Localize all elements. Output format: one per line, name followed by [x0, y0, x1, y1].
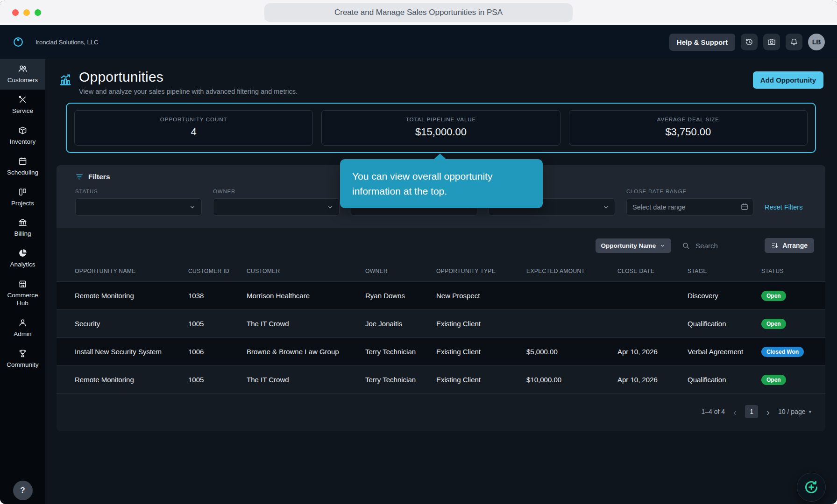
- chevron-down-icon: [660, 243, 666, 249]
- app-header: Ironclad Solutions, LLC Help & Support L…: [0, 25, 837, 59]
- table-row[interactable]: Remote Monitoring 1038 Morrison Healthca…: [57, 282, 825, 310]
- sidebar-item-admin[interactable]: Admin: [0, 313, 45, 343]
- filter-label: STATUS: [75, 189, 202, 195]
- app-window: Create and Manage Sales Opportunities in…: [0, 0, 837, 504]
- cell-close-date: Apr 10, 2026: [617, 348, 688, 356]
- sidebar-item-analytics[interactable]: Analytics: [0, 243, 45, 274]
- scheduling-calendar-icon: [18, 156, 28, 166]
- column-header[interactable]: EXPECTED AMOUNT: [526, 268, 617, 274]
- column-header[interactable]: CUSTOMER ID: [188, 268, 247, 274]
- page-number-button[interactable]: 1: [745, 405, 758, 418]
- arrange-button[interactable]: Arrange: [765, 238, 814, 253]
- close-window-button[interactable]: [12, 9, 19, 16]
- sidebar-item-label: Admin: [14, 330, 31, 338]
- sidebar-item-billing[interactable]: Billing: [0, 212, 45, 243]
- table-row[interactable]: Remote Monitoring 1005 The IT Crowd Terr…: [57, 366, 825, 394]
- help-support-button[interactable]: Help & Support: [669, 34, 735, 51]
- column-header[interactable]: STATUS: [761, 268, 818, 274]
- page-title: Opportunities: [79, 69, 298, 85]
- close-date-range-input[interactable]: [626, 198, 753, 216]
- sidebar-item-service[interactable]: Service: [0, 90, 45, 120]
- metrics-summary: OPPORTUNITY COUNT 4 TOTAL PIPELINE VALUE…: [66, 103, 816, 153]
- status-filter-select[interactable]: [75, 198, 202, 216]
- prev-page-button[interactable]: ‹: [733, 407, 737, 417]
- page-header: Opportunities View and analyze your sale…: [57, 65, 825, 95]
- column-header[interactable]: OPPORTUNITY NAME: [75, 268, 188, 274]
- table-row[interactable]: Security 1005 The IT Crowd Joe Jonaitis …: [57, 310, 825, 338]
- arrange-label: Arrange: [782, 242, 808, 249]
- sidebar-item-label: Community: [7, 361, 38, 369]
- titlebar: Create and Manage Sales Opportunities in…: [0, 0, 837, 25]
- sidebar-item-label: Customers: [7, 77, 38, 84]
- metric-value: 4: [79, 126, 308, 138]
- reset-filters-link[interactable]: Reset Filters: [765, 203, 802, 211]
- commerce-store-icon: [18, 279, 28, 289]
- minimize-window-button[interactable]: [23, 9, 30, 16]
- owner-filter-select[interactable]: [213, 198, 340, 216]
- assistant-floating-button[interactable]: [797, 473, 826, 502]
- header-actions: Help & Support LB: [669, 34, 825, 51]
- window-controls: [12, 0, 41, 25]
- opportunities-table: OPPORTUNITY NAME CUSTOMER ID CUSTOMER OW…: [57, 260, 825, 394]
- app-logo-icon[interactable]: [12, 36, 24, 48]
- table-row[interactable]: Install New Security System 1006 Browne …: [57, 338, 825, 366]
- metric-value: $3,750.00: [574, 126, 802, 138]
- column-header[interactable]: CLOSE DATE: [617, 268, 688, 274]
- sidebar-help-button[interactable]: ?: [13, 481, 33, 500]
- inventory-box-icon: [18, 126, 28, 135]
- page-size-value: 10 / page: [778, 408, 805, 415]
- column-header[interactable]: CUSTOMER: [247, 268, 365, 274]
- column-header[interactable]: OWNER: [365, 268, 436, 274]
- zoom-window-button[interactable]: [35, 9, 41, 16]
- next-page-button[interactable]: ›: [766, 407, 770, 417]
- admin-person-icon: [18, 318, 28, 328]
- page-size-select[interactable]: 10 / page ▾: [778, 408, 811, 415]
- user-avatar[interactable]: LB: [808, 34, 825, 50]
- search-input[interactable]: [695, 241, 741, 250]
- sidebar-item-inventory[interactable]: Inventory: [0, 120, 45, 151]
- sidebar-item-commerce-hub[interactable]: Commerce Hub: [0, 274, 45, 313]
- status-badge: Open: [761, 291, 786, 301]
- search-icon: [681, 241, 690, 250]
- tooltip-text: You can view overall opportunity informa…: [352, 169, 531, 198]
- customers-people-icon: [18, 64, 28, 74]
- cell-opportunity-type: Existing Client: [436, 348, 526, 356]
- cell-customer-id: 1005: [188, 376, 247, 384]
- filters-title: Filters: [88, 173, 110, 181]
- cell-customer-id: 1005: [188, 320, 247, 328]
- notifications-bell-icon[interactable]: [786, 34, 802, 50]
- page-subtitle: View and analyze your sales pipeline wit…: [79, 88, 298, 95]
- pagination-range: 1–4 of 4: [701, 408, 725, 415]
- cell-stage: Discovery: [688, 292, 761, 300]
- sidebar-item-scheduling[interactable]: Scheduling: [0, 151, 45, 182]
- status-badge: Open: [761, 319, 786, 329]
- sort-by-value: Opportunity Name: [601, 242, 656, 249]
- window-title: Create and Manage Sales Opportunities in…: [264, 3, 573, 22]
- filter-field-status: STATUS: [75, 189, 202, 216]
- cell-customer-id: 1038: [188, 292, 247, 300]
- close-date-range-field: [626, 198, 753, 216]
- metric-label: OPPORTUNITY COUNT: [79, 117, 308, 122]
- sidebar: Customers Service Inventory Scheduling: [0, 59, 45, 504]
- cell-stage: Qualification: [688, 320, 761, 328]
- sort-by-select[interactable]: Opportunity Name: [596, 238, 672, 253]
- sidebar-item-label: Service: [12, 107, 33, 115]
- sidebar-item-community[interactable]: Community: [0, 343, 45, 374]
- history-icon[interactable]: [741, 34, 758, 50]
- sidebar-item-projects[interactable]: Projects: [0, 182, 45, 213]
- column-header[interactable]: OPPORTUNITY TYPE: [436, 268, 526, 274]
- page-title-block: Opportunities View and analyze your sale…: [79, 69, 298, 95]
- cell-customer: The IT Crowd: [247, 320, 365, 328]
- add-opportunity-button[interactable]: Add Opportunity: [753, 71, 823, 89]
- sidebar-item-customers[interactable]: Customers: [0, 59, 45, 90]
- filter-icon: [75, 173, 84, 181]
- metric-opportunity-count: OPPORTUNITY COUNT 4: [74, 110, 313, 146]
- cell-opportunity-name: Remote Monitoring: [75, 292, 188, 300]
- metric-total-pipeline-value: TOTAL PIPELINE VALUE $15,000.00: [321, 110, 560, 146]
- refresh-plus-icon: [803, 479, 819, 495]
- column-header[interactable]: STAGE: [688, 268, 761, 274]
- camera-icon[interactable]: [763, 34, 780, 50]
- pagination: 1–4 of 4 ‹ 1 › 10 / page ▾: [57, 394, 825, 431]
- calendar-icon[interactable]: [740, 203, 749, 211]
- metric-label: TOTAL PIPELINE VALUE: [326, 117, 555, 122]
